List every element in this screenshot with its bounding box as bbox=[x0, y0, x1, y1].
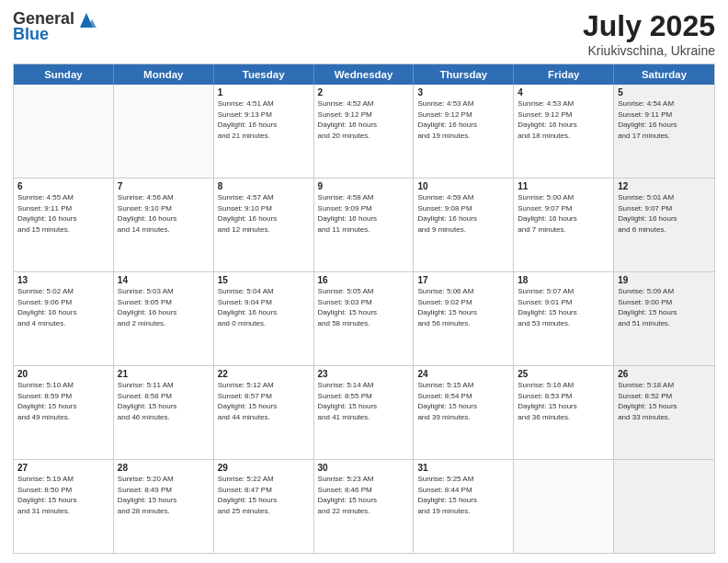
calendar-cell: 2Sunrise: 4:52 AM Sunset: 9:12 PM Daylig… bbox=[314, 85, 415, 178]
day-info: Sunrise: 5:11 AM Sunset: 8:58 PM Dayligh… bbox=[118, 380, 210, 422]
day-number: 31 bbox=[417, 463, 509, 473]
day-info: Sunrise: 4:53 AM Sunset: 9:12 PM Dayligh… bbox=[417, 98, 509, 141]
day-info: Sunrise: 4:52 AM Sunset: 9:12 PM Dayligh… bbox=[318, 98, 410, 141]
calendar-cell: 13Sunrise: 5:02 AM Sunset: 9:06 PM Dayli… bbox=[14, 272, 114, 365]
logo: General Blue bbox=[13, 9, 97, 44]
calendar-cell: 17Sunrise: 5:06 AM Sunset: 9:02 PM Dayli… bbox=[414, 272, 514, 365]
calendar-cell: 31Sunrise: 5:25 AM Sunset: 8:44 PM Dayli… bbox=[414, 460, 514, 553]
calendar-cell: 25Sunrise: 5:16 AM Sunset: 8:53 PM Dayli… bbox=[514, 366, 614, 459]
calendar-cell: 4Sunrise: 4:53 AM Sunset: 9:12 PM Daylig… bbox=[514, 85, 614, 178]
title-block: July 2025 Kriukivschina, Ukraine bbox=[583, 9, 715, 58]
calendar-cell: 20Sunrise: 5:10 AM Sunset: 8:59 PM Dayli… bbox=[14, 366, 114, 459]
day-number: 4 bbox=[518, 87, 609, 98]
calendar-cell: 23Sunrise: 5:14 AM Sunset: 8:55 PM Dayli… bbox=[314, 366, 415, 459]
day-info: Sunrise: 4:59 AM Sunset: 9:08 PM Dayligh… bbox=[417, 192, 509, 235]
day-number: 15 bbox=[218, 275, 310, 285]
calendar-cell: 7Sunrise: 4:56 AM Sunset: 9:10 PM Daylig… bbox=[114, 178, 214, 271]
calendar-header: SundayMondayTuesdayWednesdayThursdayFrid… bbox=[14, 64, 714, 85]
calendar-header-cell-friday: Friday bbox=[514, 64, 614, 85]
day-number: 8 bbox=[218, 181, 310, 191]
day-info: Sunrise: 5:25 AM Sunset: 8:44 PM Dayligh… bbox=[417, 474, 509, 516]
day-info: Sunrise: 4:54 AM Sunset: 9:11 PM Dayligh… bbox=[618, 98, 711, 141]
calendar-cell bbox=[114, 85, 214, 178]
day-number: 26 bbox=[618, 369, 711, 379]
day-number: 6 bbox=[17, 181, 109, 191]
day-info: Sunrise: 5:05 AM Sunset: 9:03 PM Dayligh… bbox=[318, 286, 410, 328]
day-number: 11 bbox=[518, 181, 609, 191]
calendar-row-3: 20Sunrise: 5:10 AM Sunset: 8:59 PM Dayli… bbox=[14, 366, 714, 460]
calendar-cell: 9Sunrise: 4:58 AM Sunset: 9:09 PM Daylig… bbox=[314, 178, 415, 271]
day-number: 16 bbox=[318, 275, 410, 285]
day-info: Sunrise: 4:58 AM Sunset: 9:09 PM Dayligh… bbox=[318, 192, 410, 235]
header: General Blue July 2025 Kriukivschina, Uk… bbox=[13, 9, 715, 58]
calendar-cell: 24Sunrise: 5:15 AM Sunset: 8:54 PM Dayli… bbox=[414, 366, 514, 459]
day-number: 29 bbox=[218, 463, 310, 473]
day-number: 20 bbox=[17, 369, 109, 379]
day-info: Sunrise: 5:00 AM Sunset: 9:07 PM Dayligh… bbox=[518, 192, 609, 235]
day-number: 18 bbox=[518, 275, 609, 285]
calendar-cell: 8Sunrise: 4:57 AM Sunset: 9:10 PM Daylig… bbox=[214, 178, 314, 271]
calendar-header-cell-wednesday: Wednesday bbox=[314, 64, 415, 85]
day-info: Sunrise: 5:07 AM Sunset: 9:01 PM Dayligh… bbox=[518, 286, 609, 328]
calendar-cell: 30Sunrise: 5:23 AM Sunset: 8:46 PM Dayli… bbox=[314, 460, 415, 553]
day-info: Sunrise: 5:03 AM Sunset: 9:05 PM Dayligh… bbox=[118, 286, 210, 328]
day-info: Sunrise: 5:14 AM Sunset: 8:55 PM Dayligh… bbox=[318, 380, 410, 422]
calendar-cell: 22Sunrise: 5:12 AM Sunset: 8:57 PM Dayli… bbox=[214, 366, 314, 459]
day-number: 13 bbox=[17, 275, 109, 285]
day-info: Sunrise: 4:55 AM Sunset: 9:11 PM Dayligh… bbox=[17, 192, 109, 235]
day-info: Sunrise: 5:12 AM Sunset: 8:57 PM Dayligh… bbox=[218, 380, 310, 422]
calendar-cell: 18Sunrise: 5:07 AM Sunset: 9:01 PM Dayli… bbox=[514, 272, 614, 365]
day-info: Sunrise: 5:06 AM Sunset: 9:02 PM Dayligh… bbox=[417, 286, 509, 328]
day-info: Sunrise: 5:01 AM Sunset: 9:07 PM Dayligh… bbox=[618, 192, 711, 235]
calendar-cell: 6Sunrise: 4:55 AM Sunset: 9:11 PM Daylig… bbox=[14, 178, 114, 271]
calendar-cell: 26Sunrise: 5:18 AM Sunset: 8:52 PM Dayli… bbox=[614, 366, 714, 459]
day-number: 28 bbox=[118, 463, 210, 473]
calendar-header-cell-tuesday: Tuesday bbox=[214, 64, 314, 85]
calendar-cell: 15Sunrise: 5:04 AM Sunset: 9:04 PM Dayli… bbox=[214, 272, 314, 365]
day-number: 14 bbox=[118, 275, 210, 285]
day-info: Sunrise: 5:04 AM Sunset: 9:04 PM Dayligh… bbox=[218, 286, 310, 328]
page-subtitle: Kriukivschina, Ukraine bbox=[583, 43, 715, 58]
calendar-body: 1Sunrise: 4:51 AM Sunset: 9:13 PM Daylig… bbox=[14, 85, 714, 553]
day-number: 27 bbox=[17, 463, 109, 473]
day-info: Sunrise: 5:16 AM Sunset: 8:53 PM Dayligh… bbox=[518, 380, 609, 422]
calendar: SundayMondayTuesdayWednesdayThursdayFrid… bbox=[13, 63, 715, 554]
calendar-cell: 3Sunrise: 4:53 AM Sunset: 9:12 PM Daylig… bbox=[414, 85, 514, 178]
day-number: 9 bbox=[318, 181, 410, 191]
calendar-cell bbox=[514, 460, 614, 553]
calendar-cell: 16Sunrise: 5:05 AM Sunset: 9:03 PM Dayli… bbox=[314, 272, 415, 365]
day-number: 24 bbox=[417, 369, 509, 379]
calendar-cell bbox=[614, 460, 714, 553]
calendar-cell: 12Sunrise: 5:01 AM Sunset: 9:07 PM Dayli… bbox=[614, 178, 714, 271]
calendar-header-cell-thursday: Thursday bbox=[414, 64, 514, 85]
calendar-row-0: 1Sunrise: 4:51 AM Sunset: 9:13 PM Daylig… bbox=[14, 85, 714, 178]
day-info: Sunrise: 5:22 AM Sunset: 8:47 PM Dayligh… bbox=[218, 474, 310, 516]
calendar-cell: 28Sunrise: 5:20 AM Sunset: 8:49 PM Dayli… bbox=[114, 460, 214, 553]
day-number: 1 bbox=[218, 87, 310, 98]
calendar-row-1: 6Sunrise: 4:55 AM Sunset: 9:11 PM Daylig… bbox=[14, 178, 714, 272]
page: General Blue July 2025 Kriukivschina, Uk… bbox=[0, 0, 728, 563]
day-info: Sunrise: 5:09 AM Sunset: 9:00 PM Dayligh… bbox=[618, 286, 711, 328]
calendar-cell: 14Sunrise: 5:03 AM Sunset: 9:05 PM Dayli… bbox=[114, 272, 214, 365]
day-info: Sunrise: 5:15 AM Sunset: 8:54 PM Dayligh… bbox=[417, 380, 509, 422]
calendar-header-cell-saturday: Saturday bbox=[614, 64, 714, 85]
day-info: Sunrise: 5:18 AM Sunset: 8:52 PM Dayligh… bbox=[618, 380, 711, 422]
logo-triangle-icon bbox=[76, 11, 97, 28]
day-number: 25 bbox=[518, 369, 609, 379]
day-number: 17 bbox=[417, 275, 509, 285]
day-number: 3 bbox=[417, 87, 509, 98]
calendar-cell: 27Sunrise: 5:19 AM Sunset: 8:50 PM Dayli… bbox=[14, 460, 114, 553]
calendar-cell: 11Sunrise: 5:00 AM Sunset: 9:07 PM Dayli… bbox=[514, 178, 614, 271]
page-title: July 2025 bbox=[583, 9, 715, 43]
day-number: 5 bbox=[618, 87, 711, 98]
calendar-cell bbox=[14, 85, 114, 178]
day-info: Sunrise: 4:57 AM Sunset: 9:10 PM Dayligh… bbox=[218, 192, 310, 235]
day-number: 2 bbox=[318, 87, 410, 98]
day-info: Sunrise: 4:56 AM Sunset: 9:10 PM Dayligh… bbox=[118, 192, 210, 235]
day-number: 19 bbox=[618, 275, 711, 285]
calendar-cell: 29Sunrise: 5:22 AM Sunset: 8:47 PM Dayli… bbox=[214, 460, 314, 553]
day-number: 23 bbox=[318, 369, 410, 379]
logo-blue-text: Blue bbox=[13, 25, 49, 44]
day-info: Sunrise: 5:23 AM Sunset: 8:46 PM Dayligh… bbox=[318, 474, 410, 516]
day-info: Sunrise: 5:19 AM Sunset: 8:50 PM Dayligh… bbox=[17, 474, 109, 516]
